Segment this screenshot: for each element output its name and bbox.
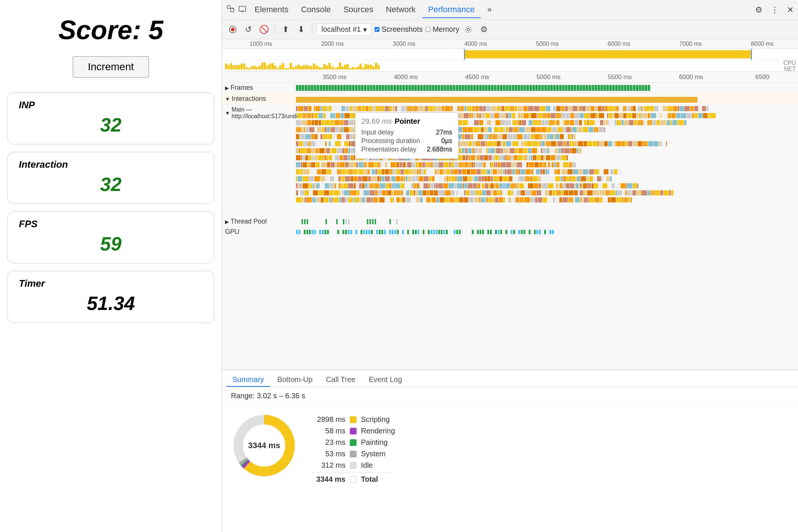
gpu-content — [296, 227, 798, 237]
thread-pool-track: ▶ Thread Pool — [222, 216, 798, 227]
legend-total-swatch — [350, 476, 357, 483]
main-content[interactable]: 29.69 ms Pointer Input delay 27ms Proces… — [296, 105, 798, 216]
svg-point-6 — [231, 28, 235, 31]
detail-tick-6000: 6000 ms — [655, 74, 727, 81]
detail-tick-5000: 5000 ms — [513, 74, 584, 81]
net-label: NET — [784, 66, 796, 72]
inp-value: 32 — [19, 114, 203, 136]
legend-total-ms: 3344 ms — [312, 475, 345, 484]
tooltip-type: Pointer — [395, 117, 420, 126]
tab-more[interactable]: » — [481, 2, 498, 18]
detail-ruler: 3500 ms 4000 ms 4500 ms 5000 ms 5500 ms … — [222, 72, 798, 83]
devtools-toolbar: ↺ 🚫 ⬆ ⬇ localhost #1 ▾ Screenshots Memor… — [222, 20, 798, 39]
detail-tick-3500: 3500 ms — [299, 74, 370, 81]
legend-scripting-name: Scripting — [361, 415, 390, 424]
close-icon[interactable]: ✕ — [785, 4, 795, 16]
frames-label: ▶ Frames — [222, 83, 296, 92]
summary-tab-bottomup[interactable]: Bottom-Up — [272, 373, 319, 387]
summary-tab-calltree[interactable]: Call Tree — [320, 373, 361, 387]
tick-6000: 6000 ms — [583, 41, 655, 47]
interactions-content[interactable] — [296, 94, 798, 104]
legend-rendering-name: Rendering — [361, 427, 395, 435]
timeline-overview[interactable]: 1000 ms 2000 ms 3000 ms 4000 ms 5000 ms … — [222, 39, 798, 72]
tracks-scroll-area[interactable]: ▶ Frames ▼ Interactions ▼ Main — http://… — [222, 83, 798, 369]
tooltip-proc-value: 0µs — [441, 137, 452, 145]
summary-tab-summary[interactable]: Summary — [226, 373, 270, 387]
thread-pool-arrow[interactable]: ▶ — [225, 219, 229, 225]
inp-card: INP 32 — [7, 92, 214, 144]
legend-total: 3344 ms Total — [312, 473, 395, 484]
legend-painting-name: Painting — [361, 438, 388, 447]
screenshots-toggle[interactable]: Screenshots — [375, 25, 423, 34]
legend-idle: 312 ms Idle — [312, 461, 395, 470]
fps-value: 59 — [19, 233, 203, 255]
frames-arrow[interactable]: ▶ — [225, 85, 229, 91]
reload-icon[interactable]: ↺ — [242, 23, 255, 36]
settings-icon[interactable]: ⚙ — [754, 4, 764, 16]
fps-label: FPS — [19, 218, 203, 230]
summary-legend: 2898 ms Scripting 58 ms Rendering 23 ms … — [312, 412, 395, 487]
tick-2000: 2000 ms — [297, 41, 368, 47]
device-toggle-icon[interactable] — [237, 3, 248, 17]
url-text: localhost #1 — [321, 25, 361, 34]
legend-painting: 23 ms Painting — [312, 438, 395, 447]
screenshots-checkbox[interactable] — [375, 27, 379, 32]
record-icon[interactable] — [226, 23, 239, 36]
detail-tick-4000: 4000 ms — [370, 74, 441, 81]
clear-icon[interactable]: 🚫 — [258, 23, 270, 36]
download-icon[interactable]: ⬇ — [295, 23, 307, 36]
interactions-arrow[interactable]: ▼ — [225, 96, 230, 102]
increment-button[interactable]: Increment — [73, 56, 149, 78]
main-arrow[interactable]: ▼ — [225, 110, 230, 116]
summary-content: 3344 ms 2898 ms Scripting 58 ms Renderin… — [222, 405, 798, 494]
tab-network[interactable]: Network — [380, 2, 422, 18]
more-settings-icon[interactable]: ⚙ — [478, 23, 490, 36]
interactions-track: ▼ Interactions — [222, 93, 798, 105]
tooltip-row-presentation: Presentation delay 2.688ms — [361, 146, 452, 153]
score-display: Score: 5 — [58, 15, 163, 45]
overview-scripting-bar — [464, 50, 752, 58]
legend-idle-name: Idle — [361, 461, 373, 470]
legend-system-ms: 53 ms — [312, 450, 345, 458]
legend-idle-ms: 312 ms — [312, 461, 345, 470]
tick-3000: 3000 ms — [368, 41, 440, 47]
tooltip-row-processing: Processing duration 0µs — [361, 137, 452, 145]
inp-label: INP — [19, 99, 203, 111]
tab-performance[interactable]: Performance — [422, 2, 481, 18]
memory-label: Memory — [433, 25, 459, 34]
memory-toggle[interactable]: Memory — [426, 25, 459, 34]
legend-system-swatch — [350, 451, 357, 457]
legend-painting-ms: 23 ms — [312, 438, 345, 447]
interaction-value: 32 — [19, 173, 203, 195]
tab-console[interactable]: Console — [295, 2, 337, 18]
toolbar-sep1 — [274, 24, 275, 35]
tooltip-input-label: Input delay — [361, 129, 394, 136]
tooltip-proc-label: Processing duration — [361, 137, 420, 145]
summary-tab-eventlog[interactable]: Event Log — [363, 373, 408, 387]
thread-pool-content — [296, 216, 798, 227]
legend-scripting-swatch — [350, 416, 357, 423]
summary-tabs: Summary Bottom-Up Call Tree Event Log — [222, 370, 798, 387]
inspect-icon[interactable] — [225, 3, 236, 17]
memory-checkbox[interactable] — [426, 27, 430, 32]
detail-tick-6500: 6500 — [727, 74, 798, 81]
donut-chart: 3344 ms — [231, 412, 297, 479]
more-options-icon[interactable]: ⋮ — [769, 4, 780, 16]
upload-icon[interactable]: ⬆ — [279, 23, 292, 36]
url-selector[interactable]: localhost #1 ▾ — [317, 23, 372, 36]
left-panel: Score: 5 Increment INP 32 Interaction 32… — [0, 0, 222, 532]
tab-elements[interactable]: Elements — [249, 2, 294, 18]
frames-track: ▶ Frames — [222, 83, 798, 93]
screenshots-label: Screenshots — [382, 25, 423, 34]
tooltip-ms: 29.69 ms — [361, 117, 392, 126]
fps-card: FPS 59 — [7, 211, 214, 263]
legend-scripting: 2898 ms Scripting — [312, 415, 395, 424]
main-track: ▼ Main — http://localhost:5173/under... … — [222, 105, 798, 216]
tab-sources[interactable]: Sources — [337, 2, 379, 18]
score-value: 5 — [149, 15, 163, 45]
url-dropdown-icon[interactable]: ▾ — [363, 25, 367, 34]
donut-center-label: 3344 ms — [248, 441, 280, 450]
legend-painting-swatch — [350, 439, 357, 446]
capture-settings-icon[interactable] — [462, 23, 475, 36]
gpu-track: GPU — [222, 227, 798, 237]
